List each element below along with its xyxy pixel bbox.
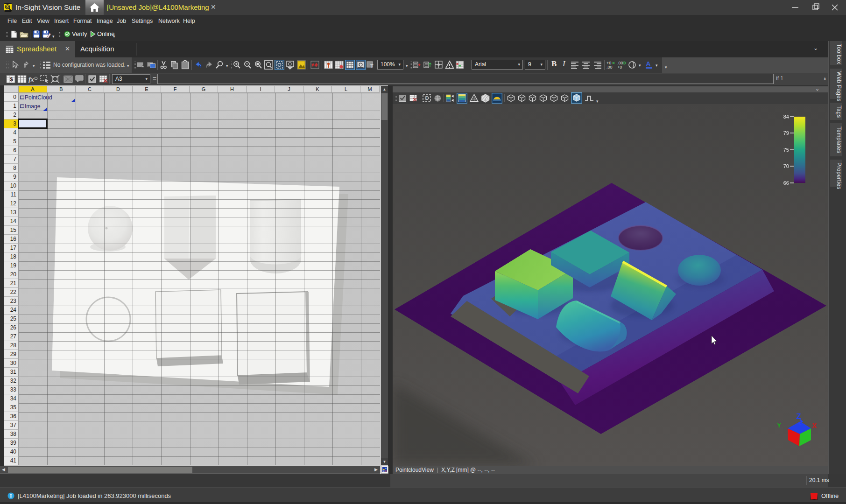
svg-text:84: 84 (783, 114, 789, 119)
svg-text:75: 75 (783, 147, 789, 153)
svg-text:79: 79 (783, 130, 789, 136)
svg-text:70: 70 (783, 163, 789, 169)
svg-text:Y: Y (777, 421, 782, 429)
svg-text:X: X (812, 422, 817, 429)
svg-text:T: T (370, 63, 374, 69)
svg-text:$: $ (10, 77, 13, 82)
svg-text:A: A (646, 60, 651, 68)
svg-text:.00: .00 (606, 65, 613, 70)
svg-text:66: 66 (783, 180, 789, 186)
svg-text:fx: fx (28, 76, 34, 83)
svg-text:+0: +0 (617, 65, 622, 70)
